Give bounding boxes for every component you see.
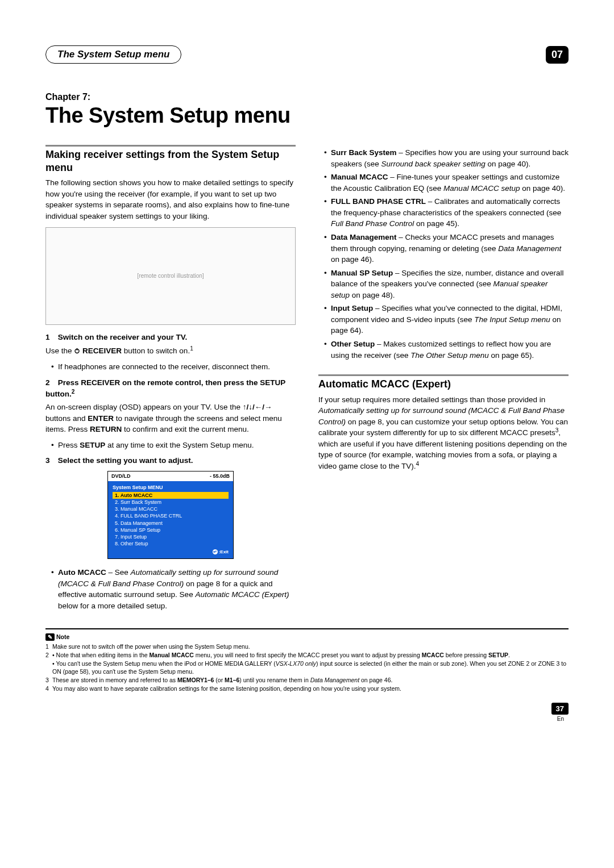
section-rule	[45, 145, 296, 147]
list-item: •Input Setup – Specifies what you've con…	[324, 303, 569, 336]
osd-menu: System Setup MENU 1. Auto MCACC 2. Surr …	[108, 481, 233, 558]
note-icon: ✎	[45, 633, 55, 641]
footnote-ref-2: 2	[72, 388, 75, 394]
chapter-number-badge: 07	[546, 46, 569, 64]
auto-mcacc-text: Auto MCACC – See Automatically setting u…	[58, 567, 296, 611]
right-column: •Surr Back System – Specifies how you ar…	[318, 145, 569, 614]
section-rule	[318, 374, 569, 376]
step-1-title: Switch on the receiver and your TV.	[58, 333, 188, 341]
step-2-body: An on-screen display (OSD) appears on yo…	[45, 402, 296, 435]
header-row: The System Setup menu 07	[45, 45, 569, 64]
footnote-2: 2 • Note that when editing items in the …	[45, 651, 569, 675]
page-number-box: 37	[45, 703, 569, 715]
return-icon: ↵	[213, 549, 218, 554]
osd-exit: ↵:Exit	[113, 549, 229, 556]
osd-item: 8. Other Setup	[113, 540, 229, 547]
bullet-dot: •	[51, 567, 58, 611]
section-heading-making-settings: Making receiver settings from the System…	[45, 148, 296, 174]
osd-item: 1. Auto MCACC	[113, 492, 229, 499]
step-1-body: Use the RECEIVER button to switch on.1	[45, 345, 296, 357]
step-2-text-b: buttons and	[45, 414, 88, 423]
step-1-text-a: Use the	[45, 347, 74, 355]
power-icon	[74, 346, 80, 357]
step-1-bullet: • If headphones are connected to the rec…	[51, 361, 296, 373]
footnote-3: 3 These are stored in memory and referre…	[45, 676, 569, 684]
list-item: •FULL BAND PHASE CTRL – Calibrates and a…	[324, 196, 569, 229]
bullet-dot: •	[51, 361, 58, 373]
return-label: RETURN	[90, 425, 122, 433]
step-2-bullet-text: Press SETUP at any time to exit the Syst…	[58, 440, 296, 451]
footnote-1: 1 Make sure not to switch off the power …	[45, 642, 569, 650]
note-header: ✎Note	[45, 631, 569, 641]
footnote-ref-4: 4	[416, 461, 420, 467]
page-language: En	[45, 716, 569, 722]
remote-illustration: [remote control illustration]	[45, 227, 296, 325]
osd-item: 5. Data Management	[113, 520, 229, 527]
footnote-4: 4 You may also want to have separate cal…	[45, 685, 569, 692]
note-label: Note	[56, 633, 69, 640]
step-2-text-a: An on-screen display (OSD) appears on yo…	[45, 403, 243, 411]
intro-paragraph: The following section shows you how to m…	[45, 177, 296, 222]
step-number: 1	[45, 332, 56, 343]
list-item: •Manual MCACC – Fine-tunes your speaker …	[324, 172, 569, 194]
osd-source: DVD/LD	[111, 473, 131, 480]
arrow-icons: ↑/↓/←/→	[243, 403, 272, 411]
step-1-text-c: button to switch on.	[122, 347, 190, 355]
osd-item: 3. Manual MCACC	[113, 506, 229, 512]
step-1-receiver: RECEIVER	[80, 347, 122, 355]
list-item: •Data Management – Checks your MCACC pre…	[324, 232, 569, 265]
chapter-title: The System Setup menu	[45, 103, 569, 128]
content-columns: Making receiver settings from the System…	[45, 145, 569, 614]
setup-label: SETUP	[80, 441, 105, 449]
chapter-label: Chapter 7:	[45, 92, 569, 102]
step-1: 1 Switch on the receiver and your TV.	[45, 332, 296, 343]
bullet-dot: •	[51, 440, 58, 451]
osd-screenshot: DVD/LD - 55.0dB System Setup MENU 1. Aut…	[107, 471, 234, 559]
list-item: •Other Setup – Makes customized settings…	[324, 339, 569, 361]
page: The System Setup menu 07 Chapter 7: The …	[0, 0, 614, 745]
step-2: 2 Press RECEIVER on the remote control, …	[45, 377, 296, 399]
osd-item: 7. Input Setup	[113, 533, 229, 540]
step-2-bullet: • Press SETUP at any time to exit the Sy…	[51, 440, 296, 451]
step-number: 3	[45, 455, 56, 466]
osd-level: - 55.0dB	[210, 473, 230, 480]
footnotes: 1 Make sure not to switch off the power …	[45, 642, 569, 692]
step-2-text-d: to confirm and exit the current menu.	[122, 425, 249, 433]
step-3-title: Select the setting you want to adjust.	[58, 456, 193, 465]
step-1-bullet-text: If headphones are connected to the recei…	[58, 361, 296, 373]
enter-label: ENTER	[88, 414, 114, 423]
auto-mcacc-bullet: • Auto MCACC – See Automatically setting…	[51, 567, 296, 611]
step-number: 2	[45, 377, 56, 389]
osd-item: 6. Manual SP Setup	[113, 527, 229, 533]
list-item: •Surr Back System – Specifies how you ar…	[324, 147, 569, 169]
left-column: Making receiver settings from the System…	[45, 145, 296, 614]
list-item: •Manual SP Setup – Specifies the size, n…	[324, 268, 569, 301]
auto-mcacc-label: Auto MCACC	[58, 568, 106, 577]
footnote-rule	[45, 628, 569, 629]
footnote-ref-1: 1	[190, 345, 193, 351]
page-number: 37	[551, 703, 569, 715]
auto-mcacc-paragraph: If your setup requires more detailed set…	[318, 394, 569, 472]
osd-item: 4. FULL BAND PHASE CTRL	[113, 512, 229, 519]
section-heading-auto-mcacc: Automatic MCACC (Expert)	[318, 378, 569, 391]
osd-item: 2. Surr Back System	[113, 499, 229, 506]
osd-menu-title: System Setup MENU	[113, 484, 229, 491]
osd-top-bar: DVD/LD - 55.0dB	[108, 471, 233, 481]
header-pill: The System Setup menu	[45, 45, 181, 64]
step-3: 3 Select the setting you want to adjust.	[45, 455, 296, 466]
step-2-title: Press RECEIVER on the remote control, th…	[45, 378, 285, 398]
